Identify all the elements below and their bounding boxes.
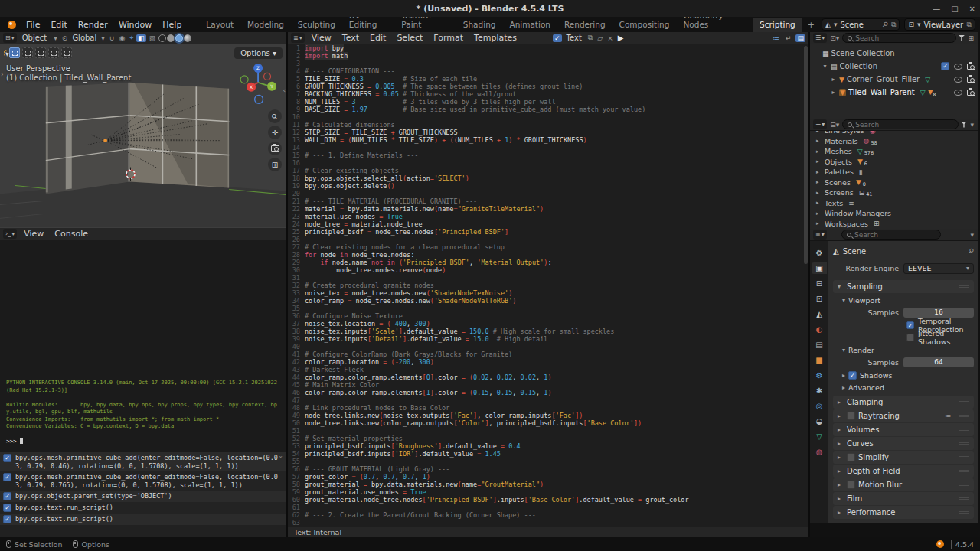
menu-view[interactable]: View [18, 227, 49, 240]
chevron-closed-icon[interactable]: ▸ [816, 190, 822, 196]
overlays-toggle-icon[interactable]: ◧ [136, 34, 146, 42]
camera-view-icon[interactable] [268, 142, 282, 155]
python-console[interactable]: PYTHON INTERACTIVE CONSOLE 3.14.0 (main,… [0, 240, 286, 452]
eye-icon[interactable] [954, 77, 962, 83]
chevron-closed-icon[interactable]: ▸ [816, 158, 822, 165]
camera-icon[interactable] [967, 77, 975, 83]
axis-y-label[interactable]: Y [270, 83, 273, 89]
wireframe-shading-icon[interactable] [158, 34, 166, 42]
chevron-closed-icon[interactable]: ▸ [838, 426, 844, 433]
pin-icon[interactable]: ⚲ [967, 246, 976, 256]
panel-simplify[interactable]: ▸Simplify [833, 451, 974, 464]
editor-type-outliner-icon[interactable]: ☰▾ [813, 33, 827, 43]
maximize-button[interactable]: □ [951, 5, 958, 13]
options-icon[interactable]: ▾ [969, 121, 975, 129]
chevron-closed-icon[interactable]: ▸ [816, 179, 822, 185]
workspace-tab-animation[interactable]: Animation [502, 18, 557, 32]
tweak-tool-button[interactable]: ➤ [4, 50, 7, 56]
menu-help[interactable]: Help [157, 18, 187, 31]
settings-icon[interactable]: ≔ [945, 412, 951, 419]
new-view-layer-icon[interactable]: ⧉ [967, 21, 972, 29]
properties-tab-material[interactable]: ◍ [812, 446, 827, 458]
gizmo-toggle-icon[interactable]: ⌖ [128, 34, 135, 42]
chevron-closed-icon[interactable]: ▸ [816, 200, 822, 206]
chevron-closed-icon[interactable]: ▸ [830, 89, 837, 96]
filter-icon[interactable] [958, 35, 965, 41]
filter-icon[interactable] [960, 122, 967, 128]
menu-file[interactable]: File [21, 18, 45, 31]
properties-tab-modifiers[interactable]: ⚙ [812, 370, 827, 381]
chevron-closed-icon[interactable]: ▸ [816, 131, 822, 134]
zoom-icon[interactable]: ⚲ [268, 109, 282, 123]
chevron-closed-icon[interactable]: ▸ [838, 509, 844, 516]
move-tool-button[interactable] [61, 47, 72, 58]
datablock-row-meshes[interactable]: ▸Meshes▽576 [810, 146, 978, 157]
close-button[interactable]: × [969, 5, 975, 13]
new-scene-icon[interactable]: ⧉ [891, 21, 896, 29]
chevron-closed-icon[interactable]: ▸ [838, 440, 844, 447]
search-input[interactable] [854, 231, 936, 239]
info-log-row[interactable]: bpy.ops.mesh.primitive_cube_add(enter_ed… [0, 471, 286, 491]
datablock-row-texts[interactable]: ▸Texts≣ [810, 198, 978, 209]
datablock-row-workspaces[interactable]: ▸Workspaces⊞ [810, 219, 978, 230]
properties-tab-physics[interactable]: ◎ [812, 400, 827, 412]
camera-icon[interactable] [967, 90, 975, 96]
chevron-closed-icon[interactable]: ▸ [830, 76, 837, 83]
menu-render[interactable]: Render [73, 18, 113, 31]
subpanel-advanced[interactable]: ▸Advanced [833, 382, 974, 393]
text-registered-icon[interactable]: ✓ [553, 34, 562, 42]
chevron-closed-icon[interactable]: ▸ [838, 495, 844, 502]
console-prompt[interactable]: >>> [6, 438, 280, 445]
render-engine-dropdown[interactable]: EEVEE▾ [903, 263, 974, 274]
datablock-row-objects[interactable]: ▸Objects▼6 [810, 157, 978, 168]
properties-tab-output[interactable]: ⊟ [812, 278, 827, 289]
eye-icon[interactable] [954, 64, 962, 70]
chevron-closed-icon[interactable]: ▸ [816, 220, 822, 227]
outliner-row-tiled-wall-parent[interactable]: ▸▼Tiled_Wall_Parent▽▼8 [810, 86, 978, 99]
syntax-highlight-toggle-icon[interactable]: ▤ [795, 34, 805, 42]
search-input[interactable] [855, 34, 951, 42]
properties-tab-object[interactable]: ■ [812, 354, 827, 366]
chevron-open-icon[interactable]: ▾ [822, 63, 828, 70]
viewport-3d[interactable]: Z X Y ➤ Options ▾ User Perspective (1) C… [0, 44, 286, 228]
checkbox-checked[interactable] [848, 371, 857, 380]
subpanel-render[interactable]: ▾Render [833, 344, 974, 355]
chevron-closed-icon[interactable]: ▸ [816, 169, 822, 175]
menu-select[interactable]: Select [391, 31, 428, 44]
panel-raytracing[interactable]: ▸Raytracing≔ [833, 409, 974, 422]
datablock-row-palettes[interactable]: ▸Palettes▮ [810, 167, 978, 178]
menu-edit[interactable]: Edit [364, 31, 391, 44]
outliner-row-scene-collection[interactable]: ▦Scene Collection [810, 47, 978, 60]
chevron-closed-icon[interactable]: ▸ [838, 412, 844, 419]
unlink-icon[interactable]: × [606, 34, 615, 42]
search-input[interactable] [855, 121, 953, 129]
rendered-shading-icon[interactable] [184, 34, 191, 42]
snap-magnet-icon[interactable]: ∪ [108, 34, 116, 42]
chevron-closed-icon[interactable]: ▸ [838, 454, 844, 461]
datablocks-search[interactable] [842, 119, 959, 129]
view-layer-selector[interactable]: ⊡ ▾ ViewLayer ⧉ [904, 18, 975, 31]
eye-icon[interactable] [954, 90, 962, 96]
pin-icon[interactable]: ⚲ [881, 20, 890, 29]
workspace-tab-sculpting[interactable]: Sculpting [291, 18, 342, 32]
properties-tab-particles[interactable]: ✱ [812, 385, 827, 396]
properties-tab-collection[interactable]: ▤ [812, 339, 827, 350]
proportional-edit-icon[interactable]: ◉ [117, 34, 126, 42]
properties-tab-constraints[interactable]: ◒ [812, 416, 827, 427]
panel-motion-blur[interactable]: ▸Motion Blur [833, 478, 974, 491]
add-workspace-button[interactable]: + [802, 18, 820, 32]
properties-tab-view-layer[interactable]: ⊡ [812, 293, 827, 305]
datablock-row-screens[interactable]: ▸Screens⊟41 [810, 187, 978, 198]
menu-console[interactable]: Console [49, 227, 93, 240]
material-shading-icon[interactable] [175, 34, 183, 42]
region-expand-right-icon[interactable]: ‹ [283, 86, 286, 94]
checkbox-checked[interactable] [3, 473, 11, 481]
properties-tab-scene[interactable]: ◭ [812, 308, 827, 320]
datablock-row-materials[interactable]: ▸Materials◍58 [810, 136, 978, 147]
chevron-closed-icon[interactable]: ▸ [838, 481, 844, 488]
solid-shading-icon[interactable] [167, 34, 175, 42]
axis-x-label[interactable]: X [250, 84, 253, 90]
workspace-tab-shading[interactable]: Shading [456, 18, 503, 32]
checkbox-checked[interactable] [906, 321, 914, 329]
info-log-row[interactable]: bpy.ops.text.run_script() [0, 502, 286, 514]
